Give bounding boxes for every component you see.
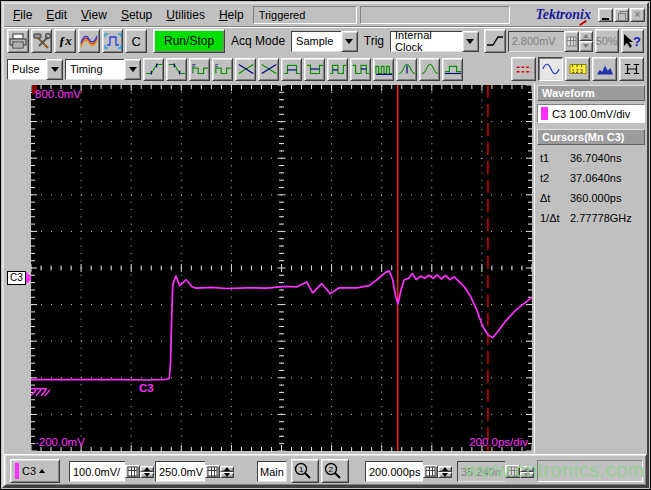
mag1-zoom-button[interactable]: 1 — [291, 459, 319, 483]
svg-text:1 2 3: 1 2 3 — [571, 69, 582, 74]
trigger-level-keypad-icon[interactable] — [564, 31, 579, 52]
measurement-toolbar: Pulse Timing P F 1 2 3 — [4, 55, 647, 83]
trig-source-value: Internal Clock — [390, 31, 462, 52]
c-label: C — [132, 34, 141, 49]
pulse-dropdown-arrow[interactable] — [46, 59, 63, 80]
set-50pct-button[interactable]: 50% — [595, 29, 619, 53]
meas-neg-duty-button[interactable] — [350, 58, 371, 81]
vertical-offset-spinner[interactable] — [220, 466, 234, 478]
menu-view[interactable]: View — [74, 6, 114, 24]
menu-help[interactable]: Help — [212, 6, 251, 24]
trig-label: Trig — [364, 34, 384, 48]
vertical-offset-keypad-icon[interactable] — [205, 465, 220, 478]
trigger-level-field: 2.800mV — [508, 31, 564, 52]
run-stop-label: Run/Stop — [164, 34, 214, 48]
meas-neg-width-button[interactable] — [304, 58, 325, 81]
horizontal-scale-spinner[interactable] — [438, 466, 452, 478]
timing-dropdown-arrow[interactable] — [124, 59, 141, 80]
tools-button[interactable] — [31, 29, 53, 53]
menu-utilities[interactable]: Utilities — [159, 6, 212, 24]
magnifier-1-icon: 1 — [292, 462, 312, 480]
waveform-database-button[interactable] — [78, 29, 100, 53]
trigger-level-spinner[interactable] — [579, 31, 593, 52]
close-button[interactable]: × — [630, 8, 645, 22]
pulse-brackets-icon — [104, 33, 122, 49]
timing-select[interactable]: Timing — [65, 59, 141, 80]
print-button[interactable] — [7, 29, 29, 53]
vertical-scale-spinner[interactable] — [140, 466, 154, 478]
meas-frequency-button[interactable]: F — [212, 58, 233, 81]
cursors-display-button[interactable] — [511, 57, 536, 81]
meas-amplitude-button[interactable] — [419, 58, 440, 81]
readout-panel: Waveform C3 100.0mV/div Cursors(Mn C3) t… — [534, 83, 647, 453]
channel-scale-text: C3 100.0mV/div — [552, 108, 630, 120]
timebase-main-indicator: Main — [257, 461, 287, 482]
vertical-offset-field[interactable]: 250.0mV — [155, 461, 205, 482]
meas-pos-width-button[interactable] — [281, 58, 302, 81]
horizontal-position-keypad-icon[interactable] — [505, 465, 520, 478]
horizontal-scale-keypad-icon[interactable] — [423, 465, 438, 478]
trigger-slope-button[interactable] — [484, 29, 506, 53]
svg-text:2: 2 — [329, 465, 334, 474]
histogram-display-button[interactable] — [592, 57, 617, 81]
restore-button[interactable] — [614, 8, 629, 22]
vertical-offset-control: 250.0mV — [155, 461, 234, 482]
function-button[interactable]: ƒx — [54, 29, 76, 53]
ibeam-icon — [623, 62, 641, 76]
horizontal-scale-field[interactable]: 200.000ps — [365, 461, 423, 482]
meas-pos-overshoot-button[interactable] — [396, 58, 417, 81]
acq-mode-dropdown-arrow[interactable] — [341, 31, 358, 52]
meas-burst-width-button[interactable] — [373, 58, 394, 81]
tools-icon — [33, 33, 51, 49]
context-help-button[interactable]: ? — [621, 29, 644, 53]
channel-color-swatch — [541, 107, 548, 120]
ruler-123-icon: 1 2 3 — [569, 62, 587, 76]
menu-setup[interactable]: Setup — [114, 6, 159, 24]
left-strip: C3 — [4, 83, 31, 453]
waveform-graticule[interactable]: 800.0mV-200.0mV200.0ps/divC3 — [31, 85, 532, 451]
menu-bar: File Edit View Setup Utilities Help Trig… — [4, 4, 647, 27]
cursor-row-dt: Δt360.000ps — [537, 188, 645, 208]
run-stop-button[interactable]: Run/Stop — [153, 29, 225, 53]
trig-dropdown-arrow[interactable] — [462, 31, 479, 52]
menu-file[interactable]: File — [6, 6, 39, 24]
channel-scale-readout[interactable]: C3 100.0mV/div — [537, 104, 645, 123]
trigger-level-control: 2.800mV — [508, 31, 593, 52]
channel-c3-marker-label: C3 — [7, 271, 26, 285]
trig-source-select[interactable]: Internal Clock — [390, 31, 479, 52]
mask-display-button[interactable] — [619, 57, 644, 81]
vertical-scale-keypad-icon[interactable] — [125, 465, 140, 478]
measurement-display-button[interactable]: 1 2 3 — [565, 57, 590, 81]
meas-period-button[interactable]: P — [189, 58, 210, 81]
center-crosshair — [31, 85, 532, 451]
channel-c3-marker[interactable]: C3 — [7, 271, 33, 285]
trace-c3-label: C3 — [139, 382, 154, 394]
acq-mode-value: Sample — [291, 31, 341, 52]
meas-pos-duty-button[interactable] — [327, 58, 348, 81]
meas-rise-time-button[interactable] — [143, 58, 164, 81]
channel-selector-button[interactable]: C3 — [10, 459, 60, 483]
cursors-icon — [515, 62, 533, 76]
pulse-define-button[interactable] — [102, 29, 124, 53]
scope-application-window: File Edit View Setup Utilities Help Trig… — [0, 0, 651, 490]
mag2-zoom-button[interactable]: 2 — [321, 459, 349, 483]
acq-mode-select[interactable]: Sample — [291, 31, 358, 52]
y-max-label: 800.0mV — [35, 88, 81, 100]
acq-mode-label: Acq Mode — [231, 34, 285, 48]
vertical-scale-field[interactable]: 100.0mV/ — [69, 461, 125, 482]
cursor-row-t1: t136.7040ns — [537, 148, 645, 168]
meas-cross-rise-button[interactable] — [235, 58, 256, 81]
tektronix-logo: Tektronix — [530, 7, 598, 23]
minimize-button[interactable] — [598, 8, 613, 22]
meas-fall-time-button[interactable] — [166, 58, 187, 81]
timing-value: Timing — [65, 59, 124, 80]
meas-cross-fall-button[interactable] — [258, 58, 279, 81]
waveform-display-button[interactable] — [538, 57, 563, 81]
percent-label: 50% — [596, 35, 618, 47]
clear-button[interactable]: C — [125, 29, 147, 53]
meas-mean-button[interactable] — [442, 58, 463, 81]
horizontal-position-spinner[interactable] — [520, 466, 534, 478]
menu-edit[interactable]: Edit — [39, 6, 74, 24]
y-min-label: -200.0mV — [35, 436, 85, 448]
pulse-select[interactable]: Pulse — [7, 59, 63, 80]
